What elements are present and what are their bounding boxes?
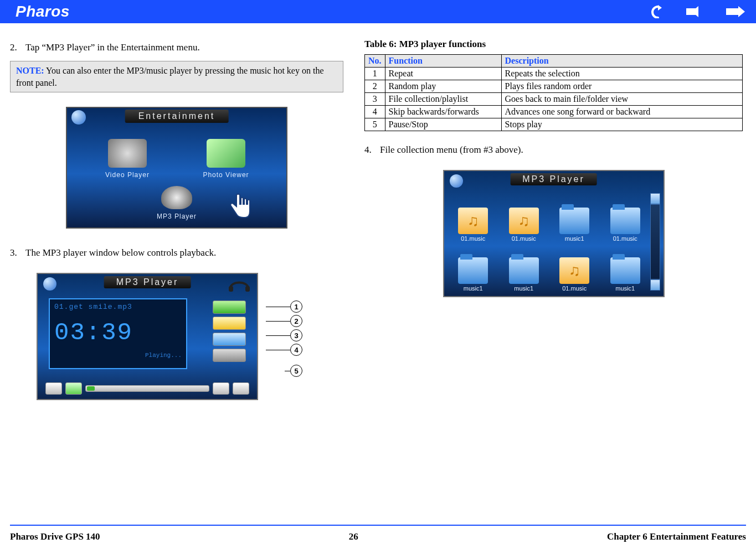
- svg-rect-6: [245, 286, 250, 292]
- file-item: 01.music: [603, 194, 648, 242]
- prev-page-icon[interactable]: [686, 5, 706, 18]
- table-row: 5Pause/StopStops play: [365, 118, 743, 131]
- next-page-icon[interactable]: [726, 5, 746, 18]
- file-item: music1: [552, 194, 598, 242]
- table-row: 3File collection/playlistGoes back to ma…: [365, 93, 743, 106]
- scroll-up-icon: [650, 193, 660, 204]
- contents-icon[interactable]: [650, 5, 666, 18]
- folder-icon: [559, 208, 589, 234]
- photo-viewer-label: Photo Viewer: [203, 171, 249, 179]
- step-4-number: 4.: [364, 144, 380, 156]
- th-no: No.: [365, 55, 385, 68]
- th-function: Function: [385, 55, 501, 68]
- mp3-track-name: 01.get smile.mp3: [54, 303, 182, 311]
- svg-marker-0: [658, 5, 662, 11]
- svg-marker-2: [692, 6, 698, 17]
- scrollbar: [650, 193, 660, 291]
- folder-icon: [610, 208, 640, 234]
- music-file-icon: [509, 208, 539, 234]
- play-icon: [65, 382, 82, 395]
- left-column: 2. Tap “MP3 Player” in the Entertainment…: [0, 34, 360, 419]
- home-icon: [450, 174, 463, 188]
- music-file-icon: [458, 208, 488, 234]
- mp3-player-icon: [161, 186, 192, 209]
- page: Pharos 2. Tap “MP3 Player” in the Entert…: [0, 0, 756, 549]
- th-description: Description: [501, 55, 742, 68]
- stop-icon: [233, 382, 249, 395]
- figure-file-collection: MP3 Player 01.music 01.music music1 01.m…: [364, 170, 743, 299]
- mp3-player-screenshot-wrap: MP3 Player 01.get smile.mp3 03:39 Playin…: [37, 273, 258, 400]
- callout-3: 3: [266, 329, 302, 341]
- file-collection-screenshot: MP3 Player 01.music 01.music music1 01.m…: [443, 170, 665, 297]
- callout-group: 1 2 3 4 5: [266, 301, 302, 377]
- file-item: music1: [501, 244, 547, 292]
- skip-button: [213, 349, 246, 362]
- home-icon: [71, 110, 86, 125]
- headphone-icon: [227, 276, 251, 292]
- folder-icon: [610, 257, 640, 284]
- svg-rect-5: [229, 286, 233, 292]
- folder-icon: [509, 257, 539, 284]
- content-columns: 2. Tap “MP3 Player” in the Entertainment…: [0, 23, 756, 419]
- right-column: Table 6: MP3 player functions No. Functi…: [360, 34, 756, 419]
- step-3-number: 3.: [10, 247, 25, 258]
- music-file-icon: [559, 257, 589, 284]
- callout-2: 2: [266, 315, 302, 327]
- table-row: 4Skip backwards/forwardsAdvances one son…: [365, 106, 743, 118]
- repeat-button: [213, 301, 246, 314]
- video-player-label: Video Player: [105, 171, 150, 179]
- figure-mp3-player: MP3 Player 01.get smile.mp3 03:39 Playin…: [10, 273, 343, 402]
- mp3-title: MP3 Player: [104, 276, 191, 288]
- table-row: 2Random playPlays files random order: [365, 80, 743, 93]
- mp3-side-buttons: [213, 301, 246, 362]
- seek-bar: [85, 385, 209, 392]
- step-2-text: Tap “MP3 Player” in the Entertainment me…: [25, 42, 200, 53]
- footer-chapter: Chapter 6 Entertainment Features: [607, 531, 746, 542]
- mp3-player-label: MP3 Player: [157, 213, 197, 220]
- step-2: 2. Tap “MP3 Player” in the Entertainment…: [10, 42, 343, 53]
- mp3-functions-table: No. Function Description 1RepeatRepeats …: [364, 54, 743, 131]
- vol-down-icon: [45, 382, 62, 395]
- step-3: 3. The MP3 player window below controls …: [10, 247, 343, 258]
- note-text: You can also enter the MP3/music player …: [16, 66, 323, 87]
- home-icon: [43, 277, 56, 291]
- file-item: 01.music: [451, 194, 496, 242]
- video-player-item: Video Player: [83, 139, 172, 186]
- hand-cursor-icon: [227, 192, 252, 222]
- table-row: 1RepeatRepeats the selection: [365, 68, 743, 80]
- pause-icon: [213, 382, 229, 395]
- photo-viewer-item: Photo Viewer: [182, 139, 270, 186]
- photo-viewer-icon: [207, 139, 245, 168]
- scroll-track: [650, 204, 660, 279]
- entertainment-screenshot: Entertainment Video Player Photo Viewer: [66, 107, 287, 229]
- scroll-down-icon: [650, 279, 660, 291]
- video-player-icon: [108, 139, 147, 168]
- playlist-button: [213, 333, 246, 346]
- callout-5: 5: [285, 365, 302, 377]
- footer: Pharos Drive GPS 140 26 Chapter 6 Entert…: [10, 531, 746, 542]
- header-nav-icons: [650, 5, 746, 18]
- file-item: 01.music: [501, 194, 547, 242]
- svg-marker-4: [738, 6, 745, 17]
- table-caption: Table 6: MP3 player functions: [364, 39, 743, 50]
- figure-entertainment-menu: Entertainment Video Player Photo Viewer: [10, 107, 343, 231]
- mp3-player-screenshot: MP3 Player 01.get smile.mp3 03:39 Playin…: [37, 273, 258, 400]
- step-4: 4. File collection menu (from #3 above).: [364, 144, 743, 156]
- step-4-text: File collection menu (from #3 above).: [380, 144, 523, 156]
- header-bar: Pharos: [0, 0, 756, 23]
- footer-divider: [10, 525, 746, 526]
- folder-icon: [458, 257, 488, 284]
- file-grid: 01.music 01.music music1 01.music music1…: [451, 194, 648, 292]
- file-item: music1: [603, 244, 648, 292]
- mp3-time: 03:39: [54, 319, 182, 346]
- file-menu-title: MP3 Player: [510, 173, 597, 185]
- mp3-bottom-controls: [45, 382, 249, 395]
- mp3-status: Playing...: [54, 352, 182, 359]
- step-3-text: The MP3 player window below controls pla…: [25, 247, 216, 258]
- mp3-display: 01.get smile.mp3 03:39 Playing...: [49, 298, 187, 369]
- file-item: 01.music: [552, 244, 598, 292]
- file-item: music1: [451, 244, 496, 292]
- random-button: [213, 317, 246, 330]
- note-box: NOTE: You can also enter the MP3/music p…: [10, 61, 343, 92]
- entertainment-title: Entertainment: [125, 110, 229, 123]
